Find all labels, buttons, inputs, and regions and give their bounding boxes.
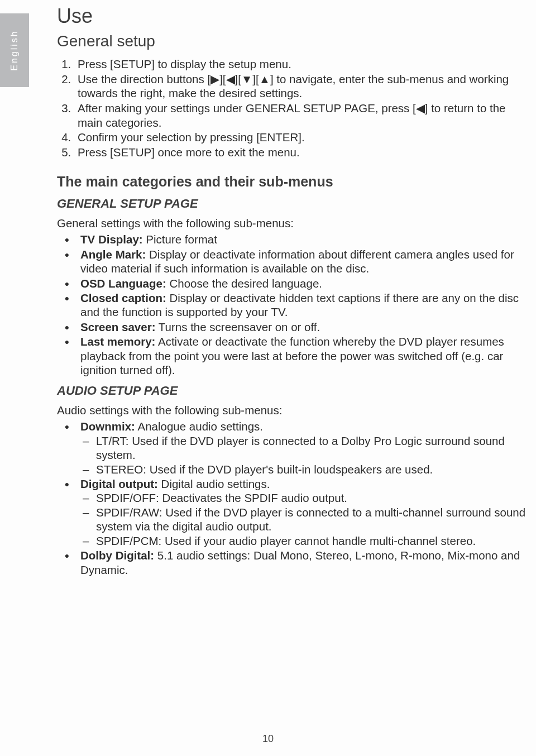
list-item: Downmix: Analogue audio settings. LT/RT:…: [57, 419, 526, 476]
page-body: Use General setup Press [SETUP] to displ…: [0, 0, 536, 756]
step-item: Press [SETUP] once more to exit the menu…: [74, 145, 526, 160]
asp-list: Downmix: Analogue audio settings. LT/RT:…: [57, 419, 526, 576]
step-item: Press [SETUP] to display the setup menu.: [74, 57, 526, 71]
item-label: Angle Mark:: [80, 248, 146, 261]
step-item: Use the direction buttons [▶][◀][▼][▲] t…: [74, 72, 526, 101]
step-item: Confirm your selection by pressing [ENTE…: [74, 130, 526, 145]
list-item: Dolby Digital: 5.1 audio settings: Dual …: [57, 548, 526, 577]
sub-item: SPDIF/RAW: Used if the DVD player is con…: [80, 505, 526, 534]
sub-item: STEREO: Used if the DVD player's built-i…: [80, 462, 526, 476]
sub-list: SPDIF/OFF: Deactivates the SPDIF audio o…: [80, 491, 526, 548]
page-number: 10: [0, 733, 536, 745]
item-text: Digital audio settings.: [158, 477, 270, 490]
item-label: Screen saver:: [80, 320, 155, 333]
list-item: Digital output: Digital audio settings. …: [57, 477, 526, 548]
item-label: OSD Language:: [80, 277, 166, 290]
general-setup-page-heading: GENERAL SETUP PAGE: [57, 197, 526, 211]
sub-item: SPDIF/PCM: Used if your audio player can…: [80, 534, 526, 548]
item-text: Display or deactivate information about …: [80, 248, 514, 275]
step-item: After making your settings under GENERAL…: [74, 101, 526, 130]
item-label: Last memory:: [80, 335, 155, 348]
sub-item: SPDIF/OFF: Deactivates the SPDIF audio o…: [80, 491, 526, 505]
list-item: Screen saver: Turns the screensaver on o…: [57, 320, 526, 334]
item-text: Turns the screensaver on or off.: [155, 320, 320, 333]
list-item: TV Display: Picture format: [57, 232, 526, 246]
asp-intro: Audio settings with the following sub-me…: [57, 404, 526, 417]
list-item: Closed caption: Display or deactivate hi…: [57, 291, 526, 319]
item-label: TV Display:: [80, 233, 143, 246]
list-item: OSD Language: Choose the desired languag…: [57, 276, 526, 290]
general-setup-heading: General setup: [57, 32, 526, 50]
audio-setup-page-heading: AUDIO SETUP PAGE: [57, 384, 526, 398]
item-text: Analogue audio settings.: [135, 420, 263, 433]
item-label: Digital output:: [80, 477, 158, 490]
setup-steps-list: Press [SETUP] to display the setup menu.…: [57, 57, 526, 159]
item-label: Closed caption:: [80, 291, 166, 304]
sub-list: LT/RT: Used if the DVD player is connect…: [80, 434, 526, 476]
item-text: Picture format: [143, 233, 217, 246]
list-item: Last memory: Activate or deactivate the …: [57, 334, 526, 377]
sub-item: LT/RT: Used if the DVD player is connect…: [80, 434, 526, 462]
item-label: Downmix:: [80, 420, 135, 433]
main-categories-heading: The main categories and their sub-menus: [57, 174, 526, 190]
gsp-intro: General settings with the following sub-…: [57, 217, 526, 230]
item-text: Choose the desired language.: [166, 277, 322, 290]
page-title: Use: [57, 4, 526, 28]
gsp-list: TV Display: Picture format Angle Mark: D…: [57, 232, 526, 377]
item-label: Dolby Digital:: [80, 549, 154, 562]
list-item: Angle Mark: Display or deactivate inform…: [57, 247, 526, 276]
